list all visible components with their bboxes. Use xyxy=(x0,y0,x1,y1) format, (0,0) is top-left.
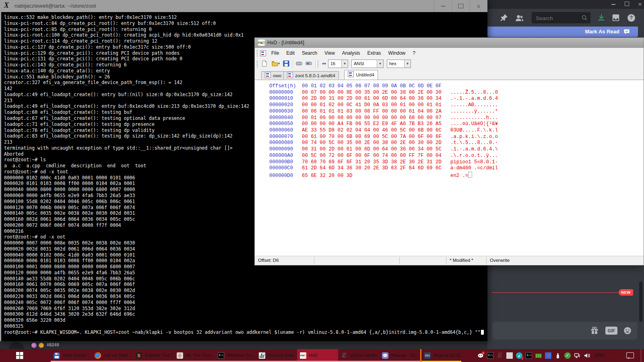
open-file-button[interactable]: ▾ xyxy=(270,60,281,68)
action-center-icon[interactable] xyxy=(626,352,634,358)
emoji-icon[interactable] xyxy=(623,326,632,335)
hex-ascii[interactable]: ............h... xyxy=(450,115,498,121)
volume-tray-icon[interactable] xyxy=(584,352,590,359)
toolbar-grip[interactable] xyxy=(256,49,258,57)
hxd-titlebar[interactable]: HxD HxD - [Untitled4] xyxy=(255,38,644,48)
hex-ascii[interactable]: .\.r.o.o.t..ÿ... xyxy=(450,153,498,158)
message-input-box[interactable]: GIF xyxy=(492,322,638,339)
avatar[interactable] xyxy=(9,342,24,349)
console-tray-icon[interactable]: C:\ xyxy=(487,352,493,359)
save-button[interactable] xyxy=(282,60,290,68)
chat-scrollbar[interactable] xyxy=(639,282,642,322)
hex-bytes[interactable]: 65 6E 32 20 00 3D xyxy=(302,173,450,179)
search-box[interactable] xyxy=(532,12,590,23)
usb-tray-icon[interactable] xyxy=(555,352,561,359)
hex-bytes[interactable]: 61 2D 64 6D 34 36 30 20 2E 3D 63 2F 64 6… xyxy=(302,165,450,172)
menu-item-[interactable]: ? xyxy=(409,48,419,58)
hex-bytes[interactable]: 70 69 70 69 6F 6F 31 20 35 3D 38 2E 30 2… xyxy=(302,159,450,166)
taskbar-item-atypical-s01e[interactable]: 321Atypical S01E... xyxy=(420,349,461,362)
open-disk-button[interactable] xyxy=(305,60,313,68)
hex-bytes[interactable]: 00 07 00 00 00 8E 00 35 00 2E 00 38 00 2… xyxy=(302,90,450,96)
discord-maximize-button[interactable] xyxy=(623,1,630,8)
language-indicator[interactable]: ENG xyxy=(594,353,605,358)
menu-item-view[interactable]: View xyxy=(321,48,339,58)
mark-as-read-banner[interactable]: Mark As Read xyxy=(487,27,638,37)
menu-item-extras[interactable]: Extras xyxy=(364,48,385,58)
hex-bytes[interactable]: 00 2D 00 31 00 2D 00 61 00 6D 00 64 00 3… xyxy=(302,96,450,102)
menu-item-edit[interactable]: Edit xyxy=(283,48,298,58)
open-ram-button[interactable] xyxy=(295,60,303,68)
menu-item-file[interactable]: File xyxy=(268,48,283,58)
taskbar-item-sublime-text-3[interactable]: SSublime Text 3 xyxy=(133,349,174,362)
hex-ascii[interactable]: ......AÐ........ xyxy=(450,102,498,108)
hex-ascii[interactable]: .a.p.k.i.\.z.o.o xyxy=(450,134,498,140)
hex-ascii[interactable]: ........ÿ......* xyxy=(450,109,498,114)
hex-bytes[interactable]: 00 74 00 5C 00 35 00 2E 00 38 00 2E 00 3… xyxy=(302,140,450,146)
taskbar-item-46-the-tech[interactable]: 46. The Tech... xyxy=(174,349,215,362)
tab-untitled4[interactable]: Untitled4 xyxy=(344,70,378,80)
toolbar-grip[interactable] xyxy=(256,60,258,68)
bytes-per-row-select[interactable]: 16▼ xyxy=(328,60,348,68)
gpu-tray-icon[interactable] xyxy=(535,352,542,359)
taskbar-item-total-comm[interactable]: Total Comm... xyxy=(51,349,92,362)
gif-button[interactable]: GIF xyxy=(605,327,617,335)
taskbar-item-vcxsrv-windo[interactable]: XVcXsrv windo... xyxy=(338,349,379,362)
menu-item-window[interactable]: Window xyxy=(385,48,409,58)
ok-tray-icon[interactable]: ✓ xyxy=(564,352,571,359)
terminal-maximize-button[interactable] xyxy=(452,0,470,12)
taskbar-item-on-twitt[interactable]: наб on Twitt... xyxy=(92,349,133,362)
terminal-close-button[interactable]: x xyxy=(469,0,487,12)
eset-tray-icon[interactable]: e xyxy=(516,352,522,359)
hex-ascii[interactable]: ....¤û.UâéO¦{³&¥ xyxy=(450,121,498,127)
offset-base-select[interactable]: hex▼ xyxy=(387,60,411,68)
chevron-down-icon[interactable]: ▼ xyxy=(341,60,348,68)
hex-bytes[interactable]: AE 33 55 D8 02 02 04 04 00 46 00 5C 00 6… xyxy=(302,128,450,134)
menu-item-search[interactable]: Search xyxy=(298,48,321,58)
discord-close-button[interactable]: ✕ xyxy=(637,1,643,8)
hex-bytes[interactable]: 00 5C 00 72 00 6F 00 6F 00 74 00 00 FF 7… xyxy=(302,153,450,159)
new-badge[interactable]: NEW xyxy=(619,289,633,296)
members-icon[interactable] xyxy=(515,13,524,23)
hex-ascii[interactable]: en2 .= xyxy=(450,173,468,179)
hex-bytes[interactable]: 00 00 01 02 00 0C 41 D0 0A 03 00 01 00 0… xyxy=(302,102,450,109)
encoding-select[interactable]: ANSI▼ xyxy=(351,60,384,68)
search-input[interactable] xyxy=(535,14,580,23)
pin-icon[interactable] xyxy=(500,13,509,23)
show-desktop-button[interactable] xyxy=(641,349,644,362)
help-icon[interactable]: ? xyxy=(627,14,635,22)
start-button[interactable] xyxy=(0,349,28,362)
vcxsrv-tray-icon[interactable]: X xyxy=(497,352,503,359)
hex-ascii[interactable]: .t.\.5...8...0.- xyxy=(450,140,498,146)
network-error-tray-icon[interactable]: × xyxy=(545,352,551,359)
new-file-button[interactable] xyxy=(260,60,268,68)
hex-ascii[interactable]: .-.1.-.a.m.d.6.4 xyxy=(450,96,498,101)
chevron-down-icon[interactable]: ▼ xyxy=(377,60,383,68)
toolbar-grip[interactable] xyxy=(317,60,319,68)
hex-ascii[interactable]: ®3UØ.....F.\.k.l xyxy=(450,128,498,133)
hex-bytes[interactable]: 00 06 01 01 01 03 00 08 FF 00 00 00 01 0… xyxy=(302,109,450,115)
hex-bytes[interactable]: 00 00 00 00 A4 FB 06 55 E2 E9 4F A6 7B B… xyxy=(302,121,450,128)
tab-zoot-5-8-0-1-amd64[interactable]: zoot 5.8.0-1-amd64 xyxy=(283,71,339,79)
hex-ascii[interactable]: .1.-.a.m.d.6.4.\ xyxy=(450,146,498,152)
discord-minimize-button[interactable] xyxy=(610,1,617,8)
document-icon[interactable] xyxy=(260,50,266,56)
hex-bytes[interactable]: 00 61 00 70 00 6B 00 69 00 5C 00 7A 00 6… xyxy=(302,134,450,140)
discord-tray-icon[interactable] xyxy=(477,352,484,359)
taskbar-item-hxd[interactable]: HxDHxD xyxy=(297,349,338,362)
hex-ascii[interactable]: a-dm460 .=c/dmil xyxy=(450,165,498,171)
console2-tray-icon[interactable]: C:\ xyxy=(526,352,532,359)
menu-item-analysis[interactable]: Analysis xyxy=(339,48,364,58)
taskbar-item-process-expl[interactable]: Process Expl... xyxy=(256,349,297,362)
hex-bytes[interactable]: 00 31 00 2D 00 61 00 6D 00 64 00 36 00 3… xyxy=(302,146,450,153)
tab-owo[interactable]: owo xyxy=(261,71,285,79)
clock[interactable]: 18:25 xyxy=(609,353,620,358)
status-mode[interactable]: Overwrite xyxy=(490,256,510,265)
gift-icon[interactable] xyxy=(590,326,599,335)
hex-ascii[interactable]: pipioo1 5=8.0.1- xyxy=(450,159,498,165)
hex-editor-area[interactable]: Offset(h)00 01 02 03 04 05 06 07 08 09 0… xyxy=(255,80,644,256)
terminal-titlebar[interactable]: X nabijaczleweli@tarta: ~/store/zoot x xyxy=(0,0,487,12)
network-tray-icon[interactable] xyxy=(574,352,580,359)
chevron-down-icon[interactable]: ▼ xyxy=(404,60,411,68)
terminal-minimize-button[interactable] xyxy=(434,0,452,12)
taskbar-item-lounge-di[interactable]: #lounge - Di... xyxy=(379,349,420,362)
